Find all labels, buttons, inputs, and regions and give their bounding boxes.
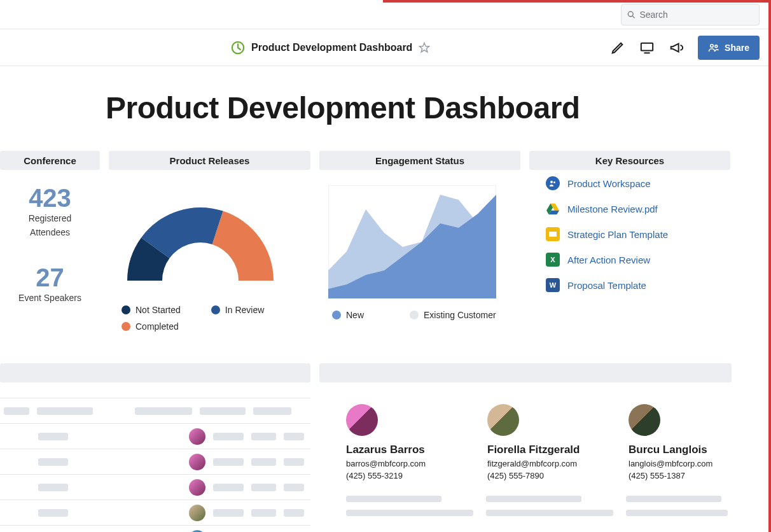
legend-label: Not Started [135,305,181,315]
avatar [346,404,378,436]
resource-excel[interactable]: X After Action Review [546,253,714,267]
star-icon[interactable] [419,42,430,53]
donut-chart [118,185,283,293]
cards-row: Conference 423 Registered Attendees 27 E… [0,151,771,338]
card-header-releases: Product Releases [109,151,310,170]
card-conference: Conference 423 Registered Attendees 27 E… [0,151,100,338]
legend-label: New [346,310,364,320]
word-icon: W [546,278,560,292]
dashboard-icon [231,41,245,55]
svg-point-10 [553,181,555,183]
table-row[interactable] [0,526,310,532]
svg-rect-4 [641,43,653,50]
table-row[interactable] [0,424,310,449]
contacts-row: Lazarus Barros barros@mbfcorp.com (425) … [346,404,732,480]
resource-label: Proposal Template [567,280,646,291]
svg-rect-14 [549,232,557,237]
svg-point-0 [628,11,633,17]
table-header-row [0,398,310,424]
card-header-conference: Conference [0,151,100,170]
contact-phone: (425) 555-3219 [346,471,449,480]
table-row[interactable] [0,500,310,526]
legend-label: Existing Customer [424,310,496,320]
row-avatar [189,479,205,496]
resource-label: Milestone Review.pdf [567,204,658,214]
svg-marker-3 [420,43,429,52]
highlight-border-right [768,0,771,532]
share-label: Share [725,43,749,53]
table-skeleton [0,398,310,532]
row-avatar [189,505,205,521]
legend-dot [122,322,130,331]
slides-icon [546,227,560,241]
legend-label: In Review [225,305,264,315]
contact-phone: (425) 555-7890 [487,471,590,480]
drive-icon [546,202,560,216]
skeleton-lines [346,496,732,502]
resource-word[interactable]: W Proposal Template [546,278,714,292]
global-search[interactable] [621,4,760,25]
bottom-row: Lazarus Barros barros@mbfcorp.com (425) … [0,363,771,532]
skeleton-lines [346,510,732,516]
resource-drive[interactable]: Milestone Review.pdf [546,202,714,216]
panel-header-left [0,363,310,382]
resource-workspace[interactable]: Product Workspace [546,176,714,190]
avatar [487,404,519,436]
global-topbar [0,0,771,29]
announce-button[interactable] [669,40,684,55]
contact-email: fitzgerald@mbfcorp.com [487,459,590,468]
page-titlebar: Product Development Dashboard Share [0,29,771,66]
resource-slides[interactable]: Strategic Plan Template [546,227,714,241]
row-avatar [189,428,205,445]
workspace-icon [546,176,560,190]
contact-email: langlois@mbfcorp.com [629,459,732,468]
contact-email: barros@mbfcorp.com [346,459,449,468]
contact-card[interactable]: Burcu Langlois langlois@mbfcorp.com (425… [629,404,732,480]
bottom-left-panel [0,363,310,532]
title-actions: Share [610,36,760,60]
share-button[interactable]: Share [698,36,760,60]
table-row[interactable] [0,449,310,475]
card-header-resources: Key Resources [529,151,730,170]
resource-label: Strategic Plan Template [567,229,668,240]
engagement-legend: New Existing Customer [328,310,511,320]
megaphone-icon [669,41,683,55]
contact-phone: (425) 555-1387 [629,471,732,480]
card-engagement: Engagement Status New Existing Customer [319,151,520,338]
stat-attendees-label1: Registered [9,213,91,225]
contact-card[interactable]: Fiorella Fitzgerald fitzgerald@mbfcorp.c… [487,404,590,480]
title-center: Product Development Dashboard [231,41,430,55]
contact-card[interactable]: Lazarus Barros barros@mbfcorp.com (425) … [346,404,449,480]
excel-icon: X [546,253,560,267]
legend-dot [410,311,419,319]
stat-speakers-label: Event Speakers [9,293,91,304]
area-chart [328,185,496,298]
svg-point-7 [715,45,718,47]
panel-header-right [319,363,732,382]
present-button[interactable] [639,40,655,55]
svg-point-6 [711,44,714,47]
stat-attendees-value: 423 [9,185,91,211]
page-heading: Product Development Dashboard [106,90,771,125]
table-row[interactable] [0,475,310,500]
people-icon [708,42,719,53]
card-releases: Product Releases Not Started In Review C… [109,151,310,338]
resource-list: Product Workspace Milestone Review.pdf S… [529,170,730,292]
contact-name: Lazarus Barros [346,444,449,456]
highlight-border-top [383,0,771,3]
svg-line-1 [632,16,634,18]
card-resources: Key Resources Product Workspace Mileston… [529,151,730,338]
page-title: Product Development Dashboard [251,42,412,53]
pencil-icon [611,41,625,55]
legend-label: Completed [135,321,179,332]
monitor-icon [639,41,655,55]
contact-name: Burcu Langlois [629,444,732,456]
resource-label: After Action Review [567,255,650,265]
search-input[interactable] [639,10,754,20]
edit-button[interactable] [610,40,625,55]
avatar [629,404,660,436]
legend-dot [122,305,130,314]
contact-name: Fiorella Fitzgerald [487,444,590,456]
card-header-engagement: Engagement Status [319,151,520,170]
svg-point-9 [550,181,553,183]
